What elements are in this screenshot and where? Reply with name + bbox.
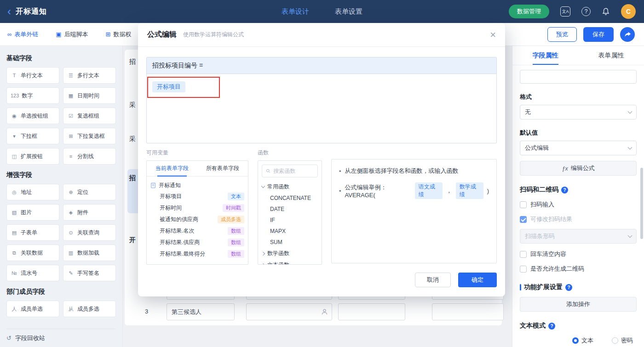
add-action-button[interactable]: 添加操作 [520,297,637,312]
function-item-sum[interactable]: SUM [262,237,318,248]
function-item-if[interactable]: IF [262,215,318,226]
variable-field-row[interactable]: 开标结果.最终得分数组 [150,248,244,260]
field-item-member-multi[interactable]: 从成员多选 [63,301,116,317]
radio-password-mode[interactable]: 密码 [612,336,633,345]
backend-script-button[interactable]: ▣ 后端脚本 [56,30,88,39]
field-item-serial-number[interactable]: №流水号 [6,265,59,281]
field-item-dropdown[interactable]: ▾下拉框 [6,128,59,144]
field-item-signature[interactable]: ✎手写签名 [63,265,116,281]
field-item-address[interactable]: ◎地址 [6,184,59,200]
function-group-common[interactable]: 常用函数 [262,181,318,193]
variable-field-row[interactable]: 被通知的供应商成员多选 [150,214,244,225]
field-item-attachment[interactable]: ◈附件 [63,204,116,221]
variable-field-row[interactable]: 开标时间时间戳 [150,202,244,214]
field-item-extend-button[interactable]: ◫扩展按钮 [6,148,59,165]
cancel-button[interactable]: 取消 [415,273,451,287]
formula-target-bar: 招投标项目编号 = [147,57,496,74]
checkbox-scan-input[interactable]: 扫码输入 [520,200,637,209]
field-item-member-single[interactable]: 人成员单选 [6,301,59,317]
function-item-concatenate[interactable]: CONCATENATE [262,193,318,204]
notification-bell-icon[interactable] [602,7,610,16]
subform-cell[interactable] [338,303,405,320]
field-item-linked-query[interactable]: ⊙关联查询 [63,224,116,241]
section-help-icon[interactable]: ? [548,323,555,330]
field-recycle-bin[interactable]: ↺ 字段回收站 [6,329,116,347]
function-search[interactable] [262,165,318,177]
preview-button[interactable]: 预览 [547,27,577,42]
subform-cell-candidate[interactable]: 第三候选人 [167,303,235,320]
data-manage-button[interactable]: 数据管理 [509,5,549,18]
edit-formula-button[interactable]: ƒx 编辑公式 [520,161,637,176]
form-external-link-button[interactable]: ∞ 表单外链 [7,30,38,39]
formula-editor-body[interactable]: 开标项目 [147,74,496,100]
radio-text-mode[interactable]: 文本 [572,336,593,345]
field-title-input[interactable] [520,70,637,84]
help-text-suffix: ) [487,188,489,194]
field-name: 开标结果.名次 [160,227,194,235]
field-item-image[interactable]: ▧图片 [6,204,59,221]
tab-form-design[interactable]: 表单设计 [282,7,309,16]
field-item-divider[interactable]: ≡分割线 [63,148,116,165]
tab-form-properties[interactable]: 表单属性 [578,46,644,65]
field-label-fragment: 开 [129,236,136,245]
scan-barcode-select-value: 扫描条形码 [525,232,555,240]
avatar[interactable]: C [621,4,636,19]
formula-field-chip[interactable]: 开标项目 [152,81,185,92]
field-item-number[interactable]: 123数字 [6,87,59,104]
location-icon: ⊕ [67,189,75,195]
help-icon[interactable]: ? [581,7,591,16]
function-item-date[interactable]: DATE [262,204,318,215]
checkbox-editable-scan-result[interactable]: 可修改扫码结果 [520,215,637,223]
field-item-radio-group[interactable]: ◉单选按钮组 [6,108,59,124]
field-item-multi-dropdown[interactable]: ⊞下拉复选框 [63,128,116,144]
share-button[interactable] [620,27,635,42]
scan-barcode-select[interactable]: 扫描条形码 [520,229,637,244]
format-select[interactable]: 无 [520,105,637,119]
panel-scrollbar[interactable] [640,168,643,239]
close-icon[interactable]: × [490,30,496,40]
properties-panel: 字段属性 表单属性 格式 无 默认值 公式编辑 ƒx 编辑公式 扫码和二维码 ?… [512,46,644,347]
field-item-subform[interactable]: ▤子表单 [6,224,59,241]
field-item-datetime[interactable]: ▦日期时间 [63,87,116,104]
subform-cell-member[interactable] [246,303,332,320]
translate-icon[interactable]: 文A [560,6,570,17]
text-icon: T [11,73,18,78]
field-item-multi-line-text[interactable]: ☰多行文本 [63,67,116,84]
form-node[interactable]: 开标通知 [150,180,244,191]
section-help-icon[interactable]: ? [565,284,572,291]
field-item-checkbox-group[interactable]: ☑复选框组 [63,108,116,124]
save-button[interactable]: 保存 [583,27,614,42]
function-group-math[interactable]: 数学函数 [262,248,318,259]
checkbox-box[interactable] [520,266,527,273]
data-permission-button[interactable]: ⊞ 数据权 [106,30,132,39]
tab-field-properties[interactable]: 字段属性 [512,46,578,65]
function-group-text[interactable]: 文本函数 [262,259,318,265]
member-picker-icon[interactable] [247,304,332,320]
tab-form-settings[interactable]: 表单设置 [335,7,362,16]
checkbox-enter-clear[interactable]: 回车清空内容 [520,250,637,258]
function-search-input[interactable] [273,168,314,174]
checkbox-box-checked[interactable] [520,216,527,223]
tab-current-form-fields[interactable]: 当前表单字段 [147,161,197,176]
help-column: • 从左侧面板选择字段名和函数，或输入函数 • 公式编辑举例：AVERAGE( … [331,149,497,265]
section-help-icon[interactable]: ? [561,187,568,193]
function-item-mapx[interactable]: MAPX [262,226,318,237]
checkbox-box[interactable] [520,251,527,258]
checkbox-box[interactable] [520,201,527,208]
field-item-data-load[interactable]: ▥数据加载 [63,245,116,261]
field-item-single-line-text[interactable]: T单行文本 [6,67,59,84]
variable-field-row[interactable]: 开标项目文本 [150,191,244,202]
help-panel: • 从左侧面板选择字段名和函数，或输入函数 • 公式编辑举例：AVERAGE( … [331,159,497,263]
text-mode-title: 文本模式 [520,322,546,330]
field-item-linked-data[interactable]: ⧉关联数据 [6,245,59,261]
field-item-location[interactable]: ⊕定位 [63,184,116,200]
subform-cell[interactable] [432,303,504,320]
tab-all-form-fields[interactable]: 所有表单字段 [197,161,248,176]
checkbox-allow-qr[interactable]: 是否允许生成二维码 [520,265,637,273]
variable-field-row[interactable]: 开标结果.名次数组 [150,225,244,237]
default-value-select[interactable]: 公式编辑 [520,141,637,155]
confirm-button[interactable]: 确定 [458,273,497,287]
back-icon[interactable]: ‹ [7,6,11,17]
variable-field-row[interactable]: 开标结果.供应商数组 [150,237,244,248]
formula-editor[interactable]: 招投标项目编号 = 开标项目 [146,57,497,143]
